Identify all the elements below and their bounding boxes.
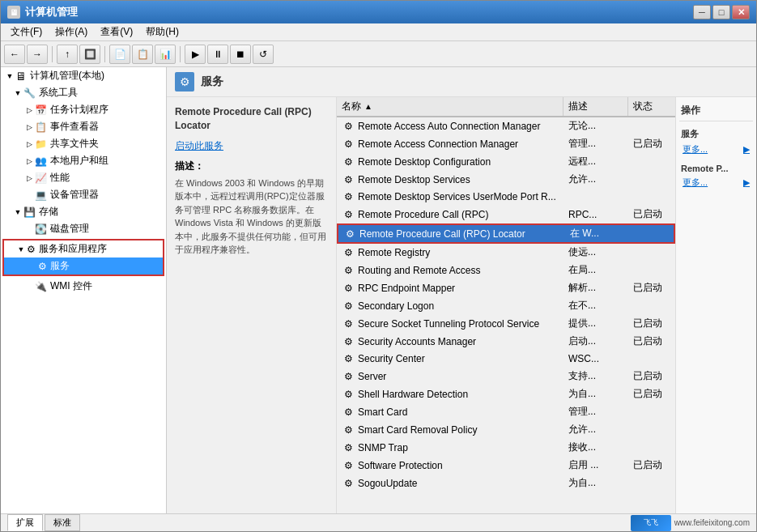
right-panel: ⚙ 服务 Remote Procedure Call (RPC) Locator… [167, 67, 756, 513]
watermark-text: www.feifeixitong.com [674, 518, 750, 527]
new-window-button[interactable]: 📄 [109, 45, 130, 64]
action-more-1[interactable]: 更多... ▶ [679, 142, 753, 157]
list-item[interactable]: ⚙ SNMP Trap 接收... [337, 439, 675, 457]
desc-text: 在 Windows 2003 和 Windows 的早期版本中，远程过程调用(R… [175, 177, 328, 257]
list-item[interactable]: ⚙ Remote Registry 使远... [337, 244, 675, 262]
desc-label: 描述： [175, 160, 328, 173]
storage-icon: 💾 [23, 206, 36, 218]
start-service-link[interactable]: 启动此服务 [175, 139, 328, 153]
properties-button[interactable]: 📋 [132, 45, 153, 64]
separator-2 [104, 46, 105, 62]
tree-shared-label: 共享文件夹 [50, 137, 99, 151]
forward-button[interactable]: → [27, 45, 48, 64]
tree-event-label: 事件查看器 [50, 120, 99, 134]
title-bar: 🖥 计算机管理 ─ □ ✕ [1, 1, 756, 23]
separator-1 [52, 46, 53, 62]
tree-services-apps[interactable]: ▼ ⚙ 服务和应用程序 [4, 240, 163, 257]
action-more-2[interactable]: 更多... ▶ [679, 175, 753, 190]
list-item[interactable]: ⚙ Security Center WSC... [337, 351, 675, 368]
show-hide-button[interactable]: 🔲 [79, 45, 100, 64]
service-icon: ⚙ [342, 300, 355, 313]
tree-local-users[interactable]: ▷ 👥 本地用户和组 [1, 152, 166, 169]
pause-service-button[interactable]: ⏸ [207, 45, 228, 64]
service-icon: ⚙ [342, 459, 355, 472]
users-icon: 👥 [35, 155, 47, 167]
list-item[interactable]: ⚙ RPC Endpoint Mapper 解析... 已启动 [337, 279, 675, 297]
restart-service-button[interactable]: ↺ [253, 45, 274, 64]
task-expand-icon: ▷ [23, 104, 35, 116]
list-item[interactable]: ⚙ Remote Desktop Services UserMode Port … [337, 189, 675, 206]
main-area: ▼ 🖥 计算机管理(本地) ▼ 🔧 系统工具 ▷ 📅 任务计划程序 ▷ 📋 事件… [1, 67, 756, 513]
service-icon: ⚙ [342, 477, 355, 490]
tree-performance[interactable]: ▷ 📈 性能 [1, 169, 166, 186]
separator-3 [180, 46, 181, 62]
tree-device-manager[interactable]: 💻 设备管理器 [1, 186, 166, 203]
tab-standard[interactable]: 标准 [45, 514, 80, 531]
list-item[interactable]: ⚙ Remote Access Auto Connection Manager … [337, 117, 675, 135]
close-button[interactable]: ✕ [732, 5, 750, 19]
restore-button[interactable]: □ [712, 5, 730, 19]
list-item[interactable]: ⚙ Remote Desktop Services 允许... [337, 171, 675, 189]
menu-bar: 文件(F) 操作(A) 查看(V) 帮助(H) [1, 23, 756, 41]
stop-service-button[interactable]: ⏹ [230, 45, 251, 64]
services-panel-title: 服务 [201, 74, 223, 89]
tree-root[interactable]: ▼ 🖥 计算机管理(本地) [1, 67, 166, 84]
tree-shared-folders[interactable]: ▷ 📁 共享文件夹 [1, 135, 166, 152]
list-item[interactable]: ⚙ Secondary Logon 在不... [337, 297, 675, 315]
menu-view[interactable]: 查看(V) [94, 23, 139, 40]
header-status[interactable]: 状态 [628, 97, 675, 116]
list-item[interactable]: ⚙ Routing and Remote Access 在局... [337, 262, 675, 279]
tree-storage-label: 存储 [39, 205, 58, 219]
list-item[interactable]: ⚙ Remote Procedure Call (RPC) RPC... 已启动 [337, 206, 675, 223]
window-title: 计算机管理 [25, 5, 693, 19]
list-item[interactable]: ⚙ Security Accounts Manager 启动... 已启动 [337, 333, 675, 351]
arrow-icon-2: ▶ [743, 177, 750, 188]
back-button[interactable]: ← [4, 45, 25, 64]
header-name[interactable]: 名称 ▲ [337, 97, 563, 116]
disk-expand-icon [23, 223, 35, 235]
tree-services[interactable]: ⚙ 服务 [4, 257, 163, 275]
tree-perf-label: 性能 [50, 171, 70, 185]
actions-title: 操作 [679, 100, 753, 121]
tree-wmi[interactable]: 🔌 WMI 控件 [1, 278, 166, 295]
list-item[interactable]: ⚙ Remote Access Connection Manager 管理...… [337, 135, 675, 153]
export-button[interactable]: 📊 [155, 45, 176, 64]
service-icon: ⚙ [342, 441, 355, 454]
list-item[interactable]: ⚙ Secure Socket Tunneling Protocol Servi… [337, 315, 675, 333]
tree-disk-mgmt[interactable]: 💽 磁盘管理 [1, 220, 166, 237]
services-header: ⚙ 服务 [167, 67, 756, 97]
services-panel-icon: ⚙ [175, 72, 194, 92]
list-item[interactable]: ⚙ Shell Hardware Detection 为自... 已启动 [337, 385, 675, 403]
wmi-expand-icon [23, 281, 35, 292]
tree-task-scheduler[interactable]: ▷ 📅 任务计划程序 [1, 101, 166, 118]
list-item-selected[interactable]: ⚙ Remote Procedure Call (RPC) Locator 在 … [337, 223, 675, 244]
minimize-button[interactable]: ─ [693, 5, 711, 19]
list-item[interactable]: ⚙ Smart Card Removal Policy 允许... [337, 421, 675, 439]
list-item[interactable]: ⚙ SogouUpdate 为自... [337, 475, 675, 492]
tree-event-viewer[interactable]: ▷ 📋 事件查看器 [1, 118, 166, 135]
start-service-button[interactable]: ▶ [185, 45, 206, 64]
service-icon: ⚙ [342, 370, 355, 383]
list-item[interactable]: ⚙ Software Protection 启用 ... 已启动 [337, 457, 675, 475]
toolbar: ← → ↑ 🔲 📄 📋 📊 ▶ ⏸ ⏹ ↺ [1, 41, 756, 67]
actions-panel: 操作 服务 更多... ▶ Remote P... 更多... ▶ [675, 97, 756, 513]
arrow-icon: ▶ [743, 144, 750, 155]
service-icon: ⚙ [342, 352, 355, 365]
list-item[interactable]: ⚙ Smart Card 管理... [337, 403, 675, 421]
list-header: 名称 ▲ 描述 状态 [337, 97, 675, 117]
tree-system-tools[interactable]: ▼ 🔧 系统工具 [1, 84, 166, 101]
menu-action[interactable]: 操作(A) [49, 23, 94, 40]
system-tools-expand-icon: ▼ [12, 87, 23, 99]
menu-help[interactable]: 帮助(H) [139, 23, 185, 40]
list-item[interactable]: ⚙ Server 支持... 已启动 [337, 368, 675, 385]
service-icon: ⚙ [342, 282, 355, 295]
svc-expand-icon [27, 261, 38, 272]
tree-users-label: 本地用户和组 [50, 154, 108, 168]
tab-expand[interactable]: 扩展 [7, 514, 43, 531]
tree-storage[interactable]: ▼ 💾 存储 [1, 203, 166, 220]
header-desc[interactable]: 描述 [563, 97, 628, 116]
list-item[interactable]: ⚙ Remote Desktop Configuration 远程... [337, 153, 675, 171]
up-button[interactable]: ↑ [57, 45, 78, 64]
menu-file[interactable]: 文件(F) [4, 23, 49, 40]
users-expand-icon: ▷ [23, 155, 35, 167]
